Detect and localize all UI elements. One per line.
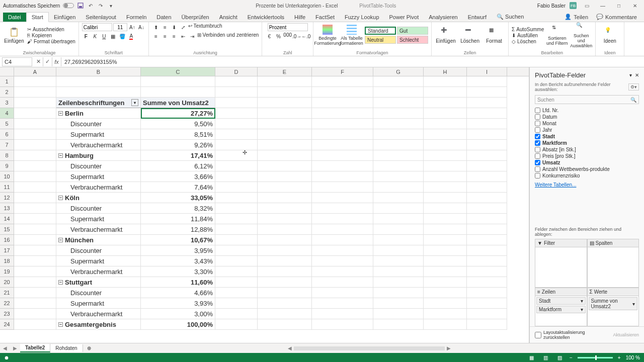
cell-H21[interactable] [424, 288, 467, 298]
cell-A5[interactable] [14, 119, 56, 129]
cell-G6[interactable] [373, 129, 424, 140]
area-columns-body[interactable] [587, 247, 639, 288]
cell-H7[interactable] [424, 140, 467, 150]
cell-H5[interactable] [424, 119, 467, 129]
cell-A24[interactable] [14, 319, 56, 330]
close-icon[interactable]: ✕ [629, 2, 641, 9]
cell-F5[interactable] [312, 119, 373, 129]
cell-G9[interactable] [373, 161, 424, 171]
cell-D24[interactable] [215, 319, 258, 330]
cell-A21[interactable] [14, 288, 56, 298]
cell-B24[interactable]: −Gesamtergebnis [56, 319, 141, 330]
cell-C11[interactable]: 7,64% [141, 182, 215, 193]
font-size-input[interactable] [113, 23, 127, 31]
orientation-icon[interactable]: ⤢ [179, 23, 187, 31]
tab-home[interactable]: Start [26, 12, 49, 22]
cell-D3[interactable] [215, 98, 258, 108]
cell-G23[interactable] [373, 309, 424, 319]
cell-C16[interactable]: 10,67% [141, 235, 215, 245]
cell-H14[interactable] [424, 214, 467, 224]
cell-B14[interactable]: Supermarkt [56, 214, 141, 224]
cell-A11[interactable] [14, 182, 56, 193]
field-checkbox[interactable] [535, 134, 540, 139]
cell-B17[interactable]: Discounter [56, 245, 141, 256]
align-center-icon[interactable]: ≡ [161, 32, 169, 40]
cell-G7[interactable] [373, 140, 424, 150]
tab-search[interactable]: 🔍 Suchen [492, 12, 529, 22]
cell-I24[interactable] [467, 319, 507, 330]
cell-C3[interactable]: Summe von Umsatz2 [141, 98, 215, 108]
format-painter-button[interactable]: 🖌 Format übertragen [27, 39, 75, 44]
cell-E22[interactable] [258, 298, 312, 309]
cell-E8[interactable] [258, 150, 312, 161]
delete-cells-button[interactable]: ➖Löschen [459, 27, 481, 44]
cell-A22[interactable] [14, 298, 56, 309]
style-neutral[interactable]: Neutral [365, 36, 396, 44]
cell-H8[interactable] [424, 150, 467, 161]
pane-menu-icon[interactable]: ▾ [629, 72, 632, 78]
row-head-7[interactable]: 7 [0, 140, 14, 150]
cell-B5[interactable]: Discounter [56, 119, 141, 129]
cell-H3[interactable] [424, 98, 467, 108]
tab-fuzzy[interactable]: Fuzzy Lookup [340, 13, 384, 22]
cell-I20[interactable] [467, 277, 507, 288]
cell-B10[interactable]: Supermarkt [56, 171, 141, 182]
cell-H2[interactable] [424, 87, 467, 98]
tab-layout[interactable]: Seitenlayout [80, 13, 121, 22]
cell-B12[interactable]: −Köln [56, 193, 141, 203]
cell-F16[interactable] [312, 235, 373, 245]
cell-E21[interactable] [258, 288, 312, 298]
comma-icon[interactable]: 000 [283, 32, 292, 40]
tab-developer[interactable]: Entwicklertools [243, 13, 289, 22]
collapse-icon[interactable]: − [58, 153, 63, 158]
cell-B4[interactable]: −Berlin [56, 108, 141, 119]
cell-B16[interactable]: −München [56, 235, 141, 245]
cell-F24[interactable] [312, 319, 373, 330]
cell-G3[interactable] [373, 98, 424, 108]
row-head-15[interactable]: 15 [0, 224, 14, 235]
row-head-23[interactable]: 23 [0, 309, 14, 319]
pane-close-icon[interactable]: ✕ [635, 72, 639, 78]
cell-A9[interactable] [14, 161, 56, 171]
cell-D9[interactable] [215, 161, 258, 171]
font-name-input[interactable] [82, 23, 112, 31]
cell-I8[interactable] [467, 150, 507, 161]
cell-F3[interactable] [312, 98, 373, 108]
comments-button[interactable]: 💬 Kommentare [592, 12, 641, 22]
cell-I3[interactable] [467, 98, 507, 108]
enter-icon[interactable]: ✓ [43, 57, 52, 66]
sheet-tab-active[interactable]: Tabelle2 [20, 344, 50, 352]
name-box[interactable]: C4 [2, 57, 32, 66]
cell-E11[interactable] [258, 182, 312, 193]
row-head-1[interactable]: 1 [0, 76, 14, 87]
col-head-A[interactable]: A [14, 67, 56, 76]
row-head-17[interactable]: 17 [0, 245, 14, 256]
cell-G14[interactable] [373, 214, 424, 224]
field-item[interactable]: Datum [535, 114, 639, 120]
cell-E2[interactable] [258, 87, 312, 98]
style-schlecht[interactable]: Schlecht [397, 36, 428, 44]
cell-E12[interactable] [258, 193, 312, 203]
cell-A20[interactable] [14, 277, 56, 288]
row-head-18[interactable]: 18 [0, 256, 14, 266]
field-checkbox[interactable] [535, 127, 540, 133]
cell-I6[interactable] [467, 129, 507, 140]
table-format-button[interactable]: Als Tabelle formatieren [341, 25, 363, 46]
row-head-20[interactable]: 20 [0, 277, 14, 288]
cell-A12[interactable] [14, 193, 56, 203]
col-head-F[interactable]: F [312, 67, 373, 76]
cell-D22[interactable] [215, 298, 258, 309]
cell-H13[interactable] [424, 203, 467, 214]
cell-A1[interactable] [14, 76, 56, 87]
field-item[interactable]: Umsatz [535, 159, 639, 166]
field-item[interactable]: Lfd. Nr. [535, 107, 639, 114]
field-item[interactable]: Absatz [in Stk.] [535, 146, 639, 153]
style-gut[interactable]: Gut [397, 27, 428, 35]
style-standard[interactable]: Standard [365, 27, 396, 35]
tab-design[interactable]: Entwurf [463, 13, 492, 22]
cell-A10[interactable] [14, 171, 56, 182]
cell-E7[interactable] [258, 140, 312, 150]
field-checkbox[interactable] [535, 166, 540, 172]
cell-F17[interactable] [312, 245, 373, 256]
field-item[interactable]: Marktform [535, 140, 639, 146]
